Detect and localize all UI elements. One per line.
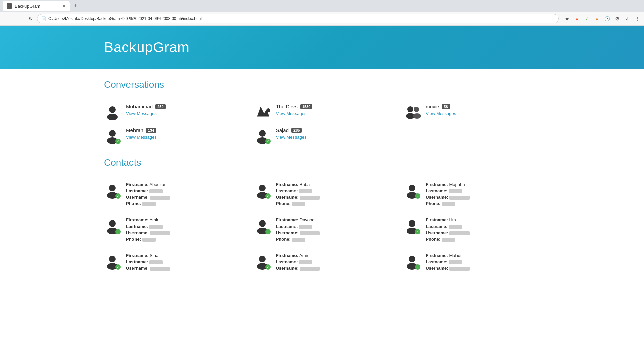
contact-info-mojtaba: Firstname: Mojtaba Lastname: Username: P… xyxy=(426,182,540,207)
firstname-value: Amir xyxy=(299,253,308,258)
brave-icon[interactable]: ▲ xyxy=(573,15,581,23)
contact-lastname: Lastname: xyxy=(126,224,240,229)
address-text: C:/Users/Mostafa/Desktop/BackupGram%20-%… xyxy=(48,16,202,21)
contact-username: Username: xyxy=(426,230,540,235)
reload-button[interactable]: ↻ xyxy=(25,14,36,24)
conv-name: Sajad xyxy=(276,127,289,133)
view-messages-link[interactable]: View Messages xyxy=(276,135,307,140)
contact-item-amir: ✓ Firstname: Amir Lastname: Username: xyxy=(104,217,240,243)
svg-point-16 xyxy=(409,185,415,191)
firstname-value: Davood xyxy=(300,217,315,222)
lastname-value-redacted xyxy=(299,189,312,193)
active-tab[interactable]: BackupGram ✕ xyxy=(3,1,70,11)
conv-name: The Devs xyxy=(276,104,298,109)
view-messages-link[interactable]: View Messages xyxy=(126,135,157,140)
extensions-icon[interactable]: ★ xyxy=(563,15,571,23)
conv-count-badge: 134 xyxy=(146,128,156,133)
username-value-redacted xyxy=(150,267,170,271)
svg-point-8 xyxy=(109,130,116,137)
username-value-redacted xyxy=(300,267,320,271)
lastname-label: Lastname: xyxy=(276,224,298,229)
lastname-value-redacted xyxy=(149,225,163,229)
lastname-label: Lastname: xyxy=(276,259,298,264)
check-badge-icon: ✓ xyxy=(115,139,121,144)
contact-item-sina: ✓ Firstname: Sina Lastname: Username: xyxy=(104,253,240,272)
address-bar[interactable]: 📄 C:/Users/Mostafa/Desktop/BackupGram%20… xyxy=(37,14,559,23)
avatar-movie xyxy=(404,104,420,120)
svg-point-20 xyxy=(259,220,266,227)
page-header: BackupGram xyxy=(0,26,644,69)
conv-info-mohammad: Mohammad 250 View Messages xyxy=(126,104,240,116)
lastname-value-redacted xyxy=(299,225,312,229)
avatar-mehran: ✓ xyxy=(104,127,121,144)
avatar-sina: ✓ xyxy=(104,253,121,270)
tab-close-button[interactable]: ✕ xyxy=(62,4,66,8)
view-messages-link[interactable]: View Messages xyxy=(426,111,456,116)
firstname-label: Firstname: xyxy=(126,182,148,187)
conversations-grid: Mohammad 250 View Messages The Devs xyxy=(104,104,540,144)
conv-name-row: Mehran 134 xyxy=(126,127,240,133)
firstname-value: Sina xyxy=(150,253,158,258)
downloads-icon[interactable]: ⇩ xyxy=(623,15,631,23)
avatar-mohammad xyxy=(104,104,121,120)
conv-info-movie: movie 58 View Messages xyxy=(426,104,540,116)
conv-name-row: Mohammad 250 xyxy=(126,104,240,109)
svg-point-6 xyxy=(414,107,419,112)
contact-info-sina: Firstname: Sina Lastname: Username: xyxy=(126,253,240,272)
person-avatar-icon xyxy=(104,104,121,120)
svg-point-18 xyxy=(109,220,116,227)
avatar-mahdi: ✓ xyxy=(404,253,420,270)
lastname-label: Lastname: xyxy=(126,188,148,193)
contact-info-baba: Firstname: Baba Lastname: Username: Phon… xyxy=(276,182,390,207)
firstname-label: Firstname: xyxy=(126,253,148,258)
brave-rewards-icon[interactable]: ▲ xyxy=(593,15,601,23)
conversation-item-movie: movie 58 View Messages xyxy=(404,104,540,120)
contacts-section-title: Contacts xyxy=(104,157,540,168)
contact-phone: Phone: xyxy=(126,237,240,242)
avatar-baba: ✓ xyxy=(254,182,271,199)
view-messages-link[interactable]: View Messages xyxy=(126,111,157,116)
firstname-value: Mahdi xyxy=(449,253,461,258)
username-value-redacted xyxy=(449,196,470,200)
forward-button[interactable]: → xyxy=(14,14,24,24)
contact-phone: Phone: xyxy=(426,201,540,206)
svg-point-4 xyxy=(407,106,413,112)
view-messages-link[interactable]: View Messages xyxy=(276,111,307,116)
phone-label: Phone: xyxy=(276,201,291,206)
contact-info-amir2: Firstname: Amir Lastname: Username: xyxy=(276,253,390,272)
menu-button[interactable]: ⋮ xyxy=(633,15,641,23)
new-tab-button[interactable]: + xyxy=(71,1,80,11)
phone-value-redacted xyxy=(442,238,455,242)
contact-item-baba: ✓ Firstname: Baba Lastname: Username: xyxy=(254,182,390,207)
username-value-redacted xyxy=(300,196,320,200)
conv-name-row: Sajad 285 xyxy=(276,127,390,133)
username-value-redacted xyxy=(449,231,470,235)
history-icon[interactable]: 🕐 xyxy=(603,15,611,23)
contact-username: Username: xyxy=(276,230,390,235)
contact-info-amir: Firstname: Amir Lastname: Username: Phon… xyxy=(126,217,240,243)
contact-firstname: Firstname: Mahdi xyxy=(426,253,540,258)
svg-point-7 xyxy=(413,113,421,119)
nav-bar: ← → ↻ 📄 C:/Users/Mostafa/Desktop/BackupG… xyxy=(0,12,644,26)
username-value-redacted xyxy=(300,231,320,235)
contact-firstname: Firstname: Amir xyxy=(276,253,390,258)
tab-title: BackupGram xyxy=(15,4,40,9)
conversations-divider xyxy=(104,97,540,97)
phone-value-redacted xyxy=(292,238,305,242)
contact-firstname: Firstname: Abouzar xyxy=(126,182,240,187)
phone-label: Phone: xyxy=(426,201,440,206)
back-button[interactable]: ← xyxy=(3,14,13,24)
lastname-label: Lastname: xyxy=(426,259,447,264)
contact-lastname: Lastname: xyxy=(276,188,390,193)
username-label: Username: xyxy=(276,230,299,235)
shield-icon[interactable]: ✓ xyxy=(583,15,591,23)
contact-lastname: Lastname: xyxy=(426,259,540,264)
settings-icon[interactable]: ⚙ xyxy=(613,15,621,23)
contact-username: Username: xyxy=(126,266,240,271)
check-badge-icon: ✓ xyxy=(115,193,121,199)
conv-info-mehran: Mehran 134 View Messages xyxy=(126,127,240,140)
contact-lastname: Lastname: xyxy=(126,259,240,264)
contact-firstname: Firstname: Davood xyxy=(276,217,390,222)
username-label: Username: xyxy=(426,195,448,200)
firstname-value: Mojtaba xyxy=(449,182,465,187)
